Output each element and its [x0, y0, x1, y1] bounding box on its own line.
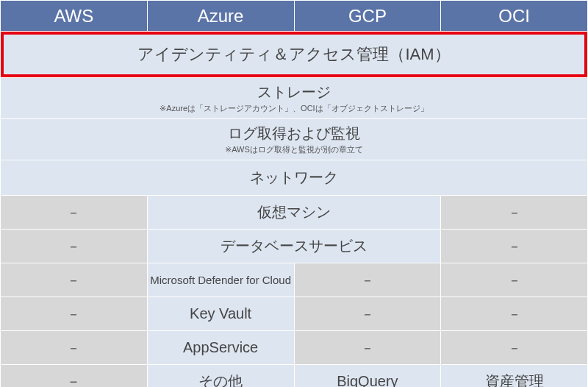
col-aws: AWS	[1, 1, 148, 32]
db-oci: －	[441, 230, 588, 263]
cell-iam: アイデンティティ＆アクセス管理（IAM）	[1, 32, 588, 78]
keyvault-gcp: －	[294, 297, 441, 331]
other-oci: 資産管理	[441, 365, 588, 388]
table-header-row: AWS Azure GCP OCI	[1, 1, 588, 32]
other-aws: －	[1, 365, 148, 388]
appsvc-aws: －	[1, 331, 148, 365]
storage-label: ストレージ	[257, 84, 331, 100]
logging-label: ログ取得および監視	[228, 125, 360, 141]
comparison-table: AWS Azure GCP OCI アイデンティティ＆アクセス管理（IAM） ス…	[0, 0, 588, 387]
db-mid: データベースサービス	[147, 230, 441, 263]
appsvc-oci: －	[441, 331, 588, 365]
row-other: － その他 BigQuery 資産管理	[1, 365, 588, 388]
db-aws: －	[1, 230, 148, 263]
other-gcp: BigQuery	[294, 365, 441, 388]
appsvc-gcp: －	[294, 331, 441, 365]
row-network: ネットワーク	[1, 160, 588, 196]
keyvault-aws: －	[1, 297, 148, 331]
row-vm: － 仮想マシン －	[1, 196, 588, 230]
vm-aws: －	[1, 196, 148, 230]
col-oci: OCI	[441, 1, 588, 32]
storage-note: ※Azureは「ストレージアカウント」、OCIは「オブジェクトストレージ」	[1, 103, 587, 114]
vm-oci: －	[441, 196, 588, 230]
col-azure: Azure	[147, 1, 294, 32]
row-iam: アイデンティティ＆アクセス管理（IAM）	[1, 32, 588, 78]
logging-note: ※AWSはログ取得と監視が別の章立て	[1, 144, 587, 155]
row-storage: ストレージ ※Azureは「ストレージアカウント」、OCIは「オブジェクトストレ…	[1, 78, 588, 119]
row-appservice: － AppService － －	[1, 331, 588, 365]
defender-azure: Microsoft Defender for Cloud	[147, 263, 294, 297]
network-label: ネットワーク	[250, 169, 338, 185]
iam-label: アイデンティティ＆アクセス管理（IAM）	[1, 32, 587, 77]
row-defender: － Microsoft Defender for Cloud － －	[1, 263, 588, 297]
cell-network: ネットワーク	[1, 160, 588, 196]
keyvault-azure: Key Vault	[147, 297, 294, 331]
col-gcp: GCP	[294, 1, 441, 32]
other-azure: その他	[147, 365, 294, 388]
keyvault-oci: －	[441, 297, 588, 331]
cell-logging: ログ取得および監視 ※AWSはログ取得と監視が別の章立て	[1, 119, 588, 160]
row-logging: ログ取得および監視 ※AWSはログ取得と監視が別の章立て	[1, 119, 588, 160]
cell-storage: ストレージ ※Azureは「ストレージアカウント」、OCIは「オブジェクトストレ…	[1, 78, 588, 119]
defender-gcp: －	[294, 263, 441, 297]
row-keyvault: － Key Vault － －	[1, 297, 588, 331]
row-db: － データベースサービス －	[1, 230, 588, 263]
defender-aws: －	[1, 263, 148, 297]
defender-oci: －	[441, 263, 588, 297]
vm-mid: 仮想マシン	[147, 196, 441, 230]
appsvc-azure: AppService	[147, 331, 294, 365]
